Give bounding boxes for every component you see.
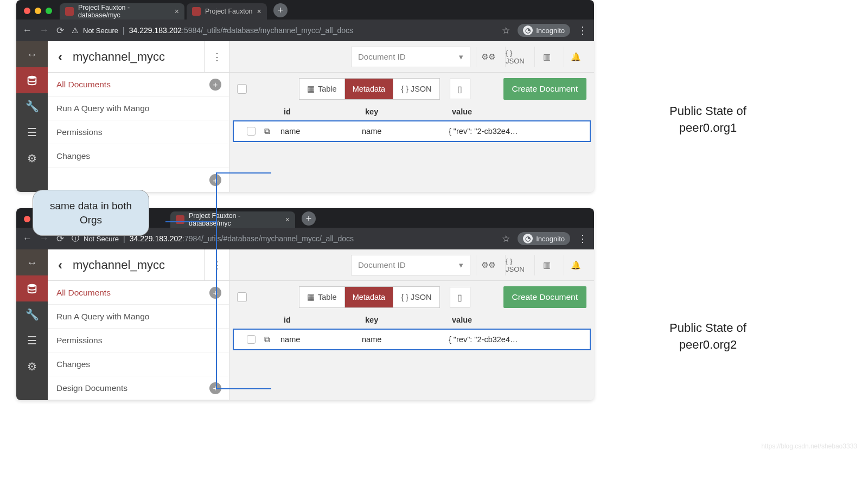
browser-menu-icon[interactable]: ⋮ — [578, 233, 588, 245]
sidebar-item-label: All Documents — [56, 288, 111, 298]
main-content: Document ID ▾ ⚙⚙ { } JSON ▥ 🔔 ▦Table Met… — [229, 249, 594, 400]
svg-point-0 — [28, 76, 36, 79]
sidebar-item-label: Permissions — [56, 127, 102, 137]
new-tab-button[interactable]: + — [273, 3, 288, 17]
browser-window-1: Project Fauxton - database/myc × Project… — [16, 0, 594, 192]
settings-gears-icon[interactable]: ⚙⚙ — [476, 47, 500, 67]
fauxton-app: ↔ 🔧 ☰ ⚙ ‹ mychannel_mycc ⋮ All Documents… — [16, 249, 594, 400]
row-checkbox[interactable] — [247, 335, 256, 344]
incognito-label: Incognito — [536, 235, 565, 243]
maximize-window-icon[interactable] — [46, 8, 52, 14]
notifications-bell-icon[interactable]: 🔔 — [564, 47, 588, 67]
sidebar-item-mango[interactable]: Run A Query with Mango — [48, 305, 229, 329]
include-docs-toggle[interactable]: ▯ — [450, 287, 470, 307]
sidebar-item-all-documents[interactable]: All Documents + — [48, 281, 229, 305]
nav-back-icon[interactable]: ← — [23, 25, 32, 36]
sidebar-item-permissions[interactable]: Permissions — [48, 329, 229, 352]
sidebar-item-mango[interactable]: Run A Query with Mango — [48, 97, 229, 120]
rail-config-icon[interactable]: ⚙ — [16, 354, 48, 380]
copy-doc-icon[interactable]: ⧉ — [264, 127, 280, 136]
docs-book-icon[interactable]: ▥ — [534, 47, 558, 67]
sidebar-item-permissions[interactable]: Permissions — [48, 120, 229, 144]
view-json-button[interactable]: { } JSON — [393, 79, 439, 99]
sidebar-item-label: All Documents — [56, 80, 111, 89]
close-window-icon[interactable] — [24, 216, 30, 222]
db-header: ‹ mychannel_mycc ⋮ — [48, 249, 229, 281]
sidebar-item-changes[interactable]: Changes — [48, 352, 229, 376]
tab-close-icon[interactable]: × — [253, 7, 261, 16]
close-window-icon[interactable] — [24, 8, 30, 14]
rail-databases-icon[interactable] — [16, 275, 48, 301]
include-docs-toggle[interactable]: ▯ — [450, 79, 470, 99]
rail-setup-icon[interactable]: 🔧 — [16, 93, 48, 119]
view-metadata-button[interactable]: Metadata — [345, 287, 393, 307]
settings-gears-icon[interactable]: ⚙⚙ — [476, 255, 500, 275]
notifications-bell-icon[interactable]: 🔔 — [564, 255, 588, 275]
view-json-button[interactable]: { } JSON — [393, 287, 439, 307]
db-menu-icon[interactable]: ⋮ — [204, 41, 229, 72]
nav-back-icon[interactable]: ← — [23, 233, 32, 244]
rail-resize-icon[interactable]: ↔ — [16, 249, 48, 275]
sidebar-item-design[interactable]: + — [48, 168, 229, 192]
rail-tasks-icon[interactable]: ☰ — [16, 328, 48, 354]
tab-title: Project Fauxton - database/myc — [189, 212, 281, 227]
docs-book-icon[interactable]: ▥ — [534, 255, 558, 275]
col-id: id — [284, 316, 365, 324]
browser-menu-icon[interactable]: ⋮ — [578, 24, 588, 36]
new-tab-button[interactable]: + — [302, 211, 316, 226]
fauxton-favicon-icon — [176, 215, 184, 224]
cell-value: { "rev": "2-cb32e4… — [449, 127, 585, 136]
document-id-select[interactable]: Document ID ▾ — [351, 255, 470, 275]
tab-close-icon[interactable]: × — [281, 215, 290, 224]
sidebar-item-all-documents[interactable]: All Documents + — [48, 73, 229, 97]
main-toolbar: Document ID ▾ ⚙⚙ { } JSON ▥ 🔔 — [229, 41, 594, 73]
json-api-icon[interactable]: { } JSON — [505, 47, 529, 67]
browser-tab[interactable]: Project Fauxton × — [187, 3, 267, 20]
add-icon[interactable]: + — [209, 79, 221, 91]
not-secure-warning-icon: ⚠ — [72, 26, 79, 35]
sidebar-item-design[interactable]: Design Documents + — [48, 376, 229, 400]
browser-tab-active[interactable]: Project Fauxton - database/myc × — [170, 211, 295, 228]
browser-tab-active[interactable]: Project Fauxton - database/myc × — [60, 3, 184, 20]
select-all-checkbox[interactable] — [237, 84, 247, 94]
sidebar-item-changes[interactable]: Changes — [48, 144, 229, 168]
back-chevron-icon[interactable]: ‹ — [48, 49, 73, 65]
browser-window-2: Project Fauxton - database/myc × + ← → ⟳… — [16, 208, 594, 400]
incognito-badge: ◔ Incognito — [518, 24, 570, 37]
svg-point-1 — [28, 284, 36, 287]
rail-resize-icon[interactable]: ↔ — [16, 41, 48, 67]
rail-databases-icon[interactable] — [16, 67, 48, 93]
row-checkbox[interactable] — [247, 127, 256, 136]
rail-config-icon[interactable]: ⚙ — [16, 145, 48, 171]
back-chevron-icon[interactable]: ‹ — [48, 258, 73, 273]
table-row[interactable]: ⧉ name name { "rev": "2-cb32e4… — [233, 329, 591, 350]
rail-tasks-icon[interactable]: ☰ — [16, 119, 48, 145]
incognito-icon: ◔ — [523, 234, 533, 243]
view-metadata-button[interactable]: Metadata — [345, 79, 393, 99]
create-document-button[interactable]: Create Document — [503, 286, 586, 308]
add-icon[interactable]: + — [209, 174, 221, 186]
url-path: :7984/_utils/#database/mychannel_mycc/_a… — [182, 234, 354, 243]
sidebar: ‹ mychannel_mycc ⋮ All Documents + Run A… — [48, 41, 229, 192]
view-table-button[interactable]: ▦Table — [299, 287, 345, 307]
json-api-icon[interactable]: { } JSON — [505, 255, 529, 275]
nav-forward-icon[interactable]: → — [40, 25, 49, 36]
bookmark-star-icon[interactable]: ☆ — [502, 25, 510, 36]
create-document-button[interactable]: Create Document — [503, 78, 586, 100]
minimize-window-icon[interactable] — [35, 8, 41, 14]
view-table-button[interactable]: ▦Table — [299, 79, 345, 99]
add-icon[interactable]: + — [209, 287, 221, 299]
chevron-down-icon: ▾ — [459, 52, 463, 62]
tab-title: Project Fauxton — [205, 8, 253, 15]
table-row[interactable]: ⧉ name name { "rev": "2-cb32e4… — [233, 120, 591, 142]
nav-reload-icon[interactable]: ⟳ — [56, 25, 64, 36]
document-id-select[interactable]: Document ID ▾ — [351, 47, 470, 67]
url-display[interactable]: ⚠ Not Secure | 34.229.183.202:5984/_util… — [72, 26, 494, 35]
connector-line — [216, 172, 217, 388]
copy-doc-icon[interactable]: ⧉ — [264, 335, 280, 344]
select-all-checkbox[interactable] — [237, 292, 247, 302]
bookmark-star-icon[interactable]: ☆ — [502, 233, 510, 245]
rail-setup-icon[interactable]: 🔧 — [16, 301, 48, 328]
tab-close-icon[interactable]: × — [170, 7, 179, 16]
view-label: { } JSON — [401, 85, 431, 93]
